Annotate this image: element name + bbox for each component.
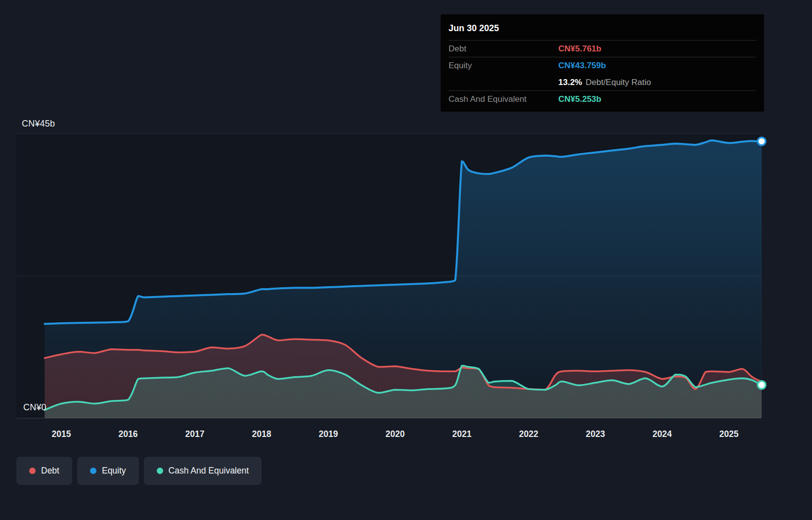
tooltip-debt-label: Debt bbox=[449, 44, 558, 54]
y-axis-label-zero: CN¥0 bbox=[23, 402, 46, 413]
cash-and-equivalent-end-marker[interactable] bbox=[758, 381, 766, 389]
x-tick-2021: 2021 bbox=[452, 429, 472, 439]
debt-dot-icon bbox=[29, 468, 36, 474]
tooltip-row-debt: Debt CN¥5.761b bbox=[449, 41, 756, 57]
balance-sheet-history-chart: 2015201620172018201920202021202220232024… bbox=[0, 0, 812, 520]
tooltip-row-cash: Cash And Equivalent CN¥5.253b bbox=[449, 91, 756, 108]
legend-item-debt[interactable]: Debt bbox=[16, 457, 72, 485]
chart-tooltip: Jun 30 2025 Debt CN¥5.761b Equity CN¥43.… bbox=[441, 14, 764, 112]
legend-label-cash: Cash And Equivalent bbox=[169, 466, 249, 476]
x-tick-2017: 2017 bbox=[185, 429, 205, 439]
x-tick-2015: 2015 bbox=[52, 429, 71, 439]
tooltip-equity-value: CN¥43.759b bbox=[558, 61, 756, 71]
tooltip-equity-label: Equity bbox=[449, 61, 558, 71]
tooltip-ratio-value: 13.2% bbox=[558, 78, 582, 87]
legend-item-cash[interactable]: Cash And Equivalent bbox=[144, 457, 262, 485]
tooltip-cash-label: Cash And Equivalent bbox=[449, 94, 558, 104]
chart-legend: Debt Equity Cash And Equivalent bbox=[16, 457, 262, 485]
tooltip-row-ratio: 13.2%Debt/Equity Ratio bbox=[449, 74, 756, 91]
x-tick-2024: 2024 bbox=[653, 429, 672, 439]
equity-end-marker[interactable] bbox=[758, 137, 766, 145]
legend-item-equity[interactable]: Equity bbox=[77, 457, 139, 485]
y-axis-label-max: CN¥45b bbox=[22, 119, 55, 129]
cash-dot-icon bbox=[157, 468, 163, 474]
x-tick-2023: 2023 bbox=[586, 429, 605, 439]
x-tick-2016: 2016 bbox=[119, 429, 138, 439]
tooltip-ratio-label: Debt/Equity Ratio bbox=[586, 78, 651, 87]
tooltip-row-equity: Equity CN¥43.759b bbox=[449, 57, 756, 74]
x-tick-2025: 2025 bbox=[720, 429, 739, 439]
tooltip-date: Jun 30 2025 bbox=[449, 19, 756, 41]
legend-label-equity: Equity bbox=[102, 466, 126, 476]
tooltip-cash-value: CN¥5.253b bbox=[558, 94, 756, 104]
tooltip-ratio: 13.2%Debt/Equity Ratio bbox=[558, 78, 756, 87]
tooltip-debt-value: CN¥5.761b bbox=[558, 44, 756, 54]
legend-label-debt: Debt bbox=[41, 466, 59, 476]
x-tick-2020: 2020 bbox=[386, 429, 405, 439]
equity-dot-icon bbox=[90, 468, 96, 474]
x-tick-2019: 2019 bbox=[319, 429, 338, 439]
x-tick-2018: 2018 bbox=[252, 429, 271, 439]
x-tick-2022: 2022 bbox=[519, 429, 539, 439]
